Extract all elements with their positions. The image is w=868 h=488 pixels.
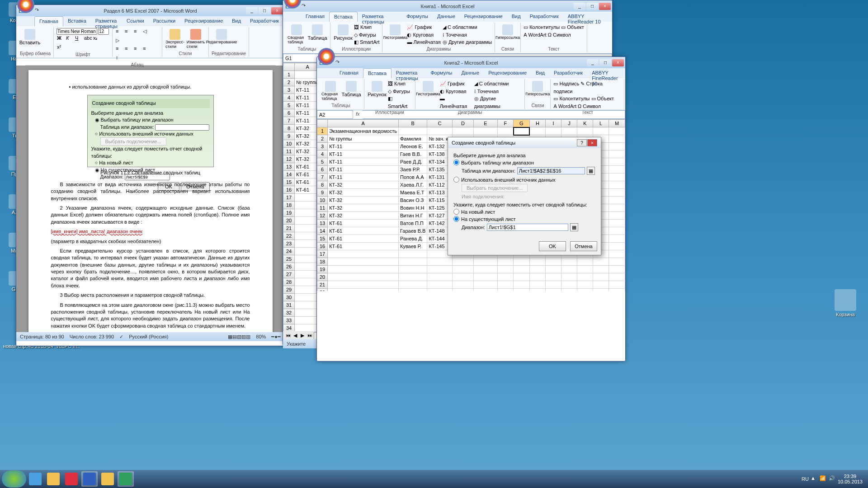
tab-developer[interactable]: Разработчик xyxy=(245,16,283,26)
cell[interactable] xyxy=(398,250,427,258)
row-header[interactable]: 1 xyxy=(317,127,328,135)
editing-button[interactable]: Редактирование xyxy=(212,28,231,45)
cell[interactable]: КТ-11 xyxy=(328,166,399,174)
tab-mailings[interactable]: Рассылки xyxy=(149,16,180,26)
indent-inc-icon[interactable]: ▷ xyxy=(115,37,123,45)
cell[interactable] xyxy=(328,281,399,289)
title-bar[interactable]: 💾↶↷ Раздел 6 MS Excel 2007 - Microsoft W… xyxy=(16,5,284,16)
cell[interactable]: КТ-32 xyxy=(328,189,399,197)
tab-prev-icon[interactable]: ◀ xyxy=(292,333,298,338)
row-header[interactable]: 13 xyxy=(317,220,328,227)
collapse-dialog-icon[interactable]: ▦ xyxy=(587,167,595,175)
hyperlink-button[interactable]: Гиперссылка xyxy=(528,80,547,97)
tab-data[interactable]: Данные xyxy=(457,68,484,78)
cell[interactable]: № группы xyxy=(328,135,399,143)
row-header[interactable]: 29 xyxy=(283,286,295,294)
row-header[interactable]: 15 xyxy=(283,178,295,186)
wordart-button[interactable]: А WordArt Ω Символ xyxy=(553,103,621,110)
row-header[interactable]: 3 xyxy=(283,86,295,94)
cell[interactable] xyxy=(529,289,545,291)
cell[interactable] xyxy=(609,273,625,281)
cell[interactable] xyxy=(474,273,498,281)
table-row[interactable]: 19 xyxy=(317,266,625,273)
minimize-button[interactable]: _ xyxy=(574,3,585,10)
network-icon[interactable]: 📶 xyxy=(820,475,827,483)
task-ie[interactable] xyxy=(27,471,43,487)
cell[interactable]: Васин О.З xyxy=(398,197,427,204)
office-button[interactable] xyxy=(318,48,335,65)
cell[interactable] xyxy=(609,266,625,273)
cell[interactable]: КТ-32 xyxy=(328,181,399,189)
cell[interactable] xyxy=(561,289,577,291)
cell[interactable]: КТ-32 xyxy=(328,197,399,204)
cell[interactable] xyxy=(561,258,577,266)
row-header[interactable]: 5 xyxy=(283,102,295,109)
chart-line-button[interactable]: ▬ Линейчатая xyxy=(407,38,440,46)
cell[interactable] xyxy=(328,258,399,266)
row-header[interactable]: 9 xyxy=(283,132,295,140)
row-header[interactable]: 9 xyxy=(317,189,328,197)
row-header[interactable]: 13 xyxy=(283,163,295,171)
tab-next-icon[interactable]: ▶ xyxy=(299,333,306,338)
zoom-level[interactable]: 80% xyxy=(256,334,266,339)
cell[interactable] xyxy=(609,143,625,150)
row-header[interactable]: 2 xyxy=(317,135,328,143)
cell[interactable]: Экзаменационная ведомость xyxy=(328,127,399,135)
underline-icon[interactable]: Ч xyxy=(75,35,83,43)
radio-input[interactable] xyxy=(453,216,459,222)
chart-other-button[interactable]: ◎ Другие диаграммы xyxy=(474,95,522,110)
chart-other-button[interactable]: ◎ Другие диаграммы xyxy=(443,38,492,46)
table-row[interactable]: 22 xyxy=(317,289,625,291)
col-header[interactable]: A xyxy=(328,120,399,127)
tab-abbyy[interactable]: ABBYY FineReader 10 xyxy=(587,68,625,78)
cell[interactable] xyxy=(497,289,513,291)
row-header[interactable]: 25 xyxy=(283,255,295,263)
col-header[interactable]: B xyxy=(398,120,427,127)
cell[interactable] xyxy=(328,273,399,281)
cell[interactable] xyxy=(474,266,498,273)
tab-home[interactable]: Главная xyxy=(34,16,63,26)
tab-layout[interactable]: Разметка страницы xyxy=(91,16,122,26)
cell[interactable] xyxy=(398,266,427,273)
multilevel-icon[interactable]: ≡ xyxy=(133,28,142,36)
row-header[interactable]: 7 xyxy=(317,174,328,181)
cell[interactable] xyxy=(609,174,625,181)
cell[interactable] xyxy=(609,235,625,243)
row-header[interactable]: 33 xyxy=(283,317,295,324)
cell[interactable] xyxy=(609,220,625,227)
cell[interactable] xyxy=(514,273,530,281)
task-opera[interactable] xyxy=(63,471,80,487)
cell[interactable] xyxy=(546,127,561,135)
clip-button[interactable]: 🖼 Клип xyxy=(354,23,379,31)
align-right-icon[interactable]: ≡ xyxy=(133,45,142,53)
col-header[interactable]: J xyxy=(561,120,577,127)
cell[interactable] xyxy=(452,289,473,291)
row-header[interactable]: 3 xyxy=(317,143,328,150)
cell[interactable]: Маева Е.Т xyxy=(398,189,427,197)
cell[interactable] xyxy=(529,266,545,273)
strike-icon[interactable]: abc xyxy=(84,35,92,43)
cell[interactable] xyxy=(546,266,561,273)
cell[interactable] xyxy=(474,289,498,291)
chart-scatter-button[interactable]: ⁞ Точечная xyxy=(474,88,522,95)
cell[interactable] xyxy=(427,273,453,281)
header-button[interactable]: ▭ Колонтитулы ▭ Объект xyxy=(553,95,621,103)
bullets-icon[interactable]: ≡ xyxy=(115,28,123,36)
cell[interactable] xyxy=(593,289,609,291)
row-header[interactable]: 5 xyxy=(317,158,328,166)
cell[interactable] xyxy=(514,258,530,266)
col-header[interactable]: G xyxy=(514,120,530,127)
cell[interactable] xyxy=(609,150,625,158)
tab-references[interactable]: Ссылки xyxy=(122,16,149,26)
row-header[interactable]: 22 xyxy=(317,289,328,291)
justify-icon[interactable]: ≡ xyxy=(142,45,151,53)
recycle-bin[interactable]: Корзина xyxy=(832,289,859,317)
cell[interactable] xyxy=(577,127,593,135)
row-header[interactable]: 30 xyxy=(283,294,295,301)
minimize-button[interactable]: _ xyxy=(587,59,599,66)
tab-layout[interactable]: Разметка страницы xyxy=(392,68,426,78)
row-header[interactable]: 16 xyxy=(283,186,295,194)
maximize-button[interactable]: □ xyxy=(586,3,598,10)
cell[interactable] xyxy=(577,258,593,266)
table-range-input[interactable] xyxy=(517,167,585,174)
